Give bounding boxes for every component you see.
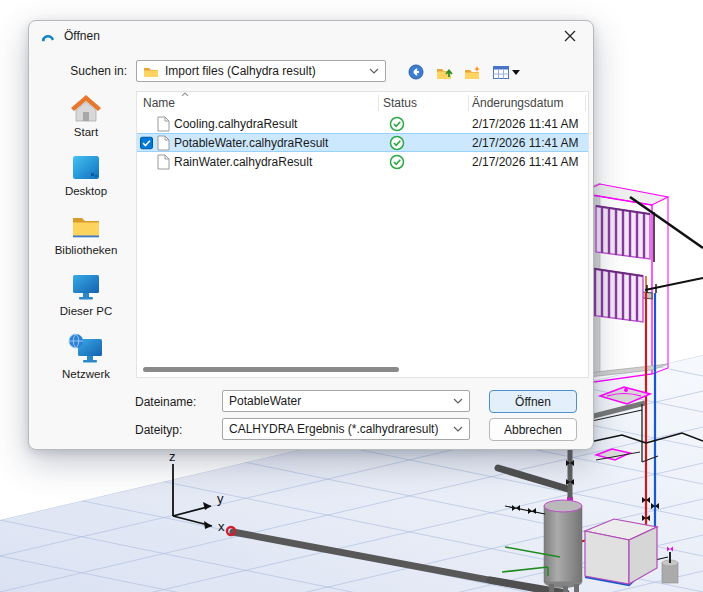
list-header: Name Status Änderungsdatum <box>137 92 588 114</box>
home-icon <box>69 93 103 123</box>
sidebar-item-label: Desktop <box>65 185 107 197</box>
status-synced-icon <box>389 116 405 132</box>
back-globe-icon <box>408 64 424 80</box>
open-button[interactable]: Öffnen <box>489 390 577 413</box>
sort-ascending-icon <box>181 92 189 96</box>
filetype-label: Dateityp: <box>135 423 182 437</box>
sidebar-item-bibliotheken[interactable]: Bibliotheken <box>42 211 130 258</box>
filetype-combobox[interactable]: CALHYDRA Ergebnis (*.calhydraresult) <box>222 418 470 440</box>
file-date: 2/17/2026 11:41 AM <box>472 117 579 131</box>
horizontal-scrollbar[interactable] <box>143 367 399 372</box>
sidebar-item-label: Dieser PC <box>60 305 112 317</box>
sidebar-item-start[interactable]: Start <box>42 91 130 140</box>
sidebar-item-label: Bibliotheken <box>55 244 118 256</box>
axis-label-x: x <box>218 519 225 534</box>
column-header-status[interactable]: Status <box>383 96 417 110</box>
file-row-selected[interactable]: PotableWater.calhydraResult 2/17/2026 11… <box>137 133 588 152</box>
chevron-down-icon <box>453 398 463 404</box>
new-folder-button[interactable] <box>462 62 482 82</box>
folder-icon <box>143 65 159 78</box>
file-icon <box>157 154 170 170</box>
filename-value: PotableWater <box>229 394 301 408</box>
view-menu-button[interactable] <box>490 62 522 82</box>
look-in-value: Import files (Calhydra result) <box>165 64 316 78</box>
sidebar-item-label: Netzwerk <box>62 368 110 380</box>
file-list: Name Status Änderungsdatum Cooling.calhy… <box>136 91 589 378</box>
sidebar-item-label: Start <box>74 126 98 138</box>
status-synced-icon <box>389 154 405 170</box>
checkbox-checked-icon[interactable] <box>140 136 153 149</box>
look-in-label: Suchen in: <box>57 64 127 78</box>
dropdown-caret-icon <box>512 70 520 75</box>
back-button[interactable] <box>406 62 426 82</box>
filename-label: Dateiname: <box>135 395 196 409</box>
file-name: RainWater.calhydraResult <box>174 155 312 169</box>
status-synced-icon <box>389 135 405 151</box>
file-icon <box>157 116 170 132</box>
folder-up-icon <box>436 65 453 80</box>
open-dialog: Öffnen Suchen in: Import files (Calhydra… <box>28 20 594 450</box>
axis-label-y: y <box>217 491 224 506</box>
cancel-button[interactable]: Abbrechen <box>489 418 577 441</box>
radiator-upper <box>596 206 654 262</box>
file-name: Cooling.calhydraResult <box>174 117 297 131</box>
sidebar-item-dieser-pc[interactable]: Dieser PC <box>42 270 130 319</box>
places-sidebar: Start Desktop Bibliotheken <box>39 91 133 382</box>
chevron-down-icon <box>453 426 463 432</box>
sidebar-item-netzwerk[interactable]: Netzwerk <box>42 331 130 382</box>
filename-combobox[interactable]: PotableWater <box>222 390 470 412</box>
close-icon <box>564 30 576 42</box>
dialog-titlebar[interactable]: Öffnen <box>29 21 593 51</box>
view-menu-icon <box>493 65 509 79</box>
column-header-date[interactable]: Änderungsdatum <box>472 96 563 110</box>
axis-label-z: z <box>169 449 176 464</box>
this-pc-icon <box>69 272 103 302</box>
look-in-combobox[interactable]: Import files (Calhydra result) <box>136 60 386 82</box>
libraries-folder-icon <box>69 213 103 241</box>
up-one-level-button[interactable] <box>434 62 454 82</box>
filetype-value: CALHYDRA Ergebnis (*.calhydraresult) <box>229 422 438 436</box>
column-header-name[interactable]: Name <box>143 96 175 110</box>
close-button[interactable] <box>553 24 587 48</box>
file-row[interactable]: Cooling.calhydraResult 2/17/2026 11:41 A… <box>137 114 588 133</box>
file-date: 2/17/2026 11:41 AM <box>472 136 579 150</box>
sidebar-item-desktop[interactable]: Desktop <box>42 152 130 199</box>
new-folder-icon <box>464 65 481 80</box>
desktop-icon <box>69 154 103 182</box>
file-icon <box>157 135 170 151</box>
file-name: PotableWater.calhydraResult <box>174 136 328 150</box>
app-logo-icon <box>40 28 56 44</box>
radiator-lower <box>589 268 646 322</box>
dialog-title: Öffnen <box>64 29 100 43</box>
file-row[interactable]: RainWater.calhydraResult 2/17/2026 11:41… <box>137 152 588 171</box>
file-date: 2/17/2026 11:41 AM <box>472 155 579 169</box>
network-icon <box>68 333 104 365</box>
chevron-down-icon <box>369 68 379 74</box>
